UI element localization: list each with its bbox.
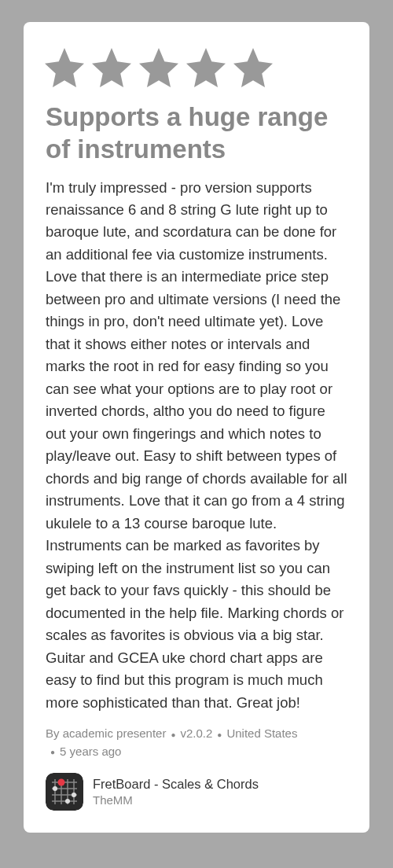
meta-separator: ●	[46, 748, 60, 756]
review-age: 5 years ago	[60, 745, 121, 758]
author-prefix: By	[46, 726, 63, 740]
app-publisher: TheMM	[93, 793, 259, 807]
star-icon	[41, 44, 88, 91]
app-info: FretBoard - Scales & Chords TheMM	[46, 773, 347, 811]
review-author: academic presenter	[63, 726, 167, 740]
review-card: Supports a huge range of instruments I'm…	[24, 22, 369, 833]
star-icon	[135, 44, 182, 91]
review-country: United States	[226, 726, 297, 740]
review-title: Supports a huge range of instruments	[46, 101, 347, 166]
app-icon	[46, 773, 83, 811]
rating-stars	[41, 44, 347, 91]
review-meta: By academic presenter●v2.0.2●United Stat…	[46, 725, 347, 760]
review-body: I'm truly impressed - pro version suppor…	[46, 177, 347, 715]
svg-point-10	[53, 786, 57, 791]
svg-point-12	[65, 799, 70, 804]
star-icon	[88, 44, 135, 91]
review-version: v2.0.2	[180, 726, 212, 740]
star-icon	[230, 44, 277, 91]
meta-separator: ●	[212, 730, 226, 739]
app-details: FretBoard - Scales & Chords TheMM	[93, 777, 259, 807]
meta-separator: ●	[166, 730, 180, 739]
svg-rect-0	[46, 773, 83, 811]
app-name: FretBoard - Scales & Chords	[93, 777, 259, 792]
star-icon	[182, 44, 230, 91]
svg-point-11	[72, 793, 76, 797]
svg-point-9	[58, 779, 65, 786]
